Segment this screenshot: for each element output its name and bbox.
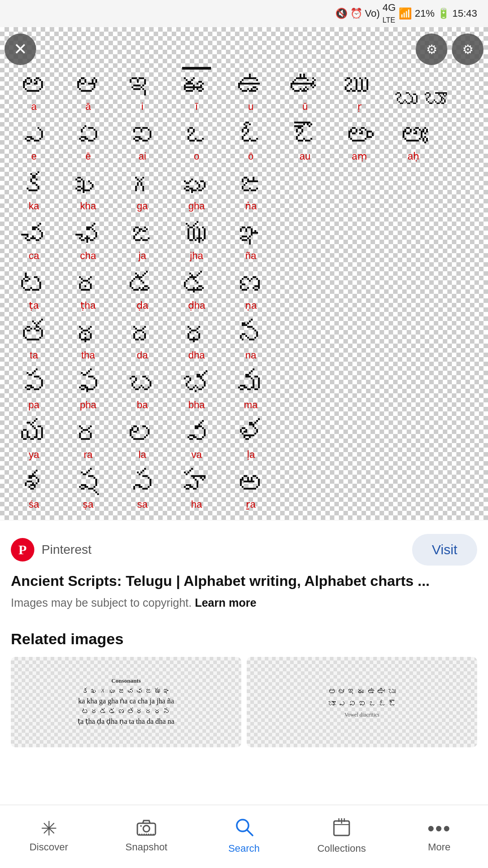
telugu-cell-la: ల la — [115, 411, 169, 461]
telugu-cell-ka: క ka — [7, 163, 61, 212]
bottom-nav: ✳ Discover Snapshot Search — [0, 805, 488, 868]
telugu-cell-rra: ఱ ṟa — [224, 461, 278, 511]
nav-snapshot[interactable]: Snapshot — [98, 805, 195, 868]
nav-more-label: More — [428, 841, 450, 853]
status-icons: 🔇 ⏰ Vo) 4GLTE 📶 21% 🔋 15:43 — [335, 2, 478, 25]
related-image-2[interactable]: అ ఆ ఇ ఈ ఉ ఊ బు బూ ఎ ఏ ఐ ఒ ఓ ఔ Vowel diac… — [247, 657, 477, 747]
related-section: Related images Consonants క ఖ గ ఘ ఙ చ ఛ … — [0, 617, 488, 755]
telugu-cell-gha: ఘ gha — [169, 163, 224, 212]
close-button[interactable]: ✕ — [5, 33, 36, 65]
search-icon — [234, 817, 254, 840]
share-icon: ⚙ — [426, 42, 437, 57]
status-bar: 🔇 ⏰ Vo) 4GLTE 📶 21% 🔋 15:43 — [0, 0, 488, 27]
related-image-1[interactable]: Consonants క ఖ గ ఘ ఙ చ ఛ జ ఝ ఞ ka kha ga… — [11, 657, 241, 747]
telugu-cell-buu1: బు బూ — [386, 63, 454, 113]
pinterest-p: P — [19, 542, 27, 557]
more-icon: ••• — [427, 819, 451, 839]
telugu-cell-ii: ఈ ī — [169, 63, 224, 113]
telugu-cell-sha: శ śa — [7, 461, 61, 511]
signal-icon: 📶 — [399, 7, 412, 20]
pinterest-logo: P — [11, 538, 34, 561]
telugu-cell-nga: ఙ ṅa — [224, 163, 278, 212]
telugu-row-1: ఎ e ఏ ē ఐ ai ఒ o ఓ ō ఔ au — [7, 113, 481, 163]
telugu-cell-uu: ఊ ū — [278, 63, 332, 113]
telugu-cell-dha: ధ dha — [169, 312, 224, 362]
telugu-row-sha: శ śa ష ṣa స sa హ ha ఱ ṟa — [7, 461, 481, 511]
telugu-cell-ha: హ ha — [169, 461, 224, 511]
source-name: Pinterest — [42, 542, 92, 557]
telugu-cell-ga: గ ga — [115, 163, 169, 212]
telugu-cell-u: ఉ u — [224, 63, 278, 113]
telugu-cell-jha: ఝ jha — [169, 212, 224, 262]
telugu-row-ta-ret: ట ṭa ఠ ṭha డ ḍa ఢ ḍha ణ ṇa — [7, 262, 481, 312]
nav-collections[interactable]: Collections — [293, 805, 390, 868]
battery-icon: 🔋 — [437, 8, 450, 19]
svg-line-5 — [247, 830, 253, 835]
telugu-cell-tha: థ tha — [61, 312, 115, 362]
telugu-cell-pa: ప pa — [7, 362, 61, 411]
nav-more[interactable]: ••• More — [390, 805, 488, 868]
image-area: ✕ ⚙ ⚙ అ a ఆ ā ఇ i ఈ ī — [0, 27, 488, 520]
telugu-cell-o: ఒ o — [169, 113, 224, 163]
more-options-button[interactable]: ⚙ — [452, 33, 483, 65]
telugu-cell-ee: ఏ ē — [61, 113, 115, 163]
telugu-row-0: అ a ఆ ā ఇ i ఈ ī ఉ u ఊ ū — [7, 63, 481, 113]
nav-search-label: Search — [228, 843, 260, 854]
alarm-icon: ⏰ — [350, 8, 362, 19]
telugu-cell-da: ద da — [115, 312, 169, 362]
share-button[interactable]: ⚙ — [416, 33, 447, 65]
telugu-row-ta: త ta థ tha ద da ధ dha న na — [7, 312, 481, 362]
telugu-cell-i: ఇ i — [115, 63, 169, 113]
collections-icon — [333, 817, 351, 840]
telugu-cell-ttha: ఠ ṭha — [61, 262, 115, 312]
telugu-cell-oo: ఓ ō — [224, 113, 278, 163]
telugu-cell-ru: ఋ ṛ — [332, 63, 386, 113]
copyright-text: Images may be subject to copyright. — [11, 596, 192, 609]
telugu-cell-va: వ va — [169, 411, 224, 461]
telugu-cell-cha: ఛ cha — [61, 212, 115, 262]
more-options-icon: ⚙ — [462, 42, 474, 57]
telugu-cell-pha: ఫ pha — [61, 362, 115, 411]
time-display: 15:43 — [452, 8, 477, 19]
svg-point-1 — [143, 826, 150, 832]
snapshot-icon — [136, 819, 156, 839]
telugu-cell-au: ఔ au — [278, 113, 332, 163]
telugu-cell-ssa: ష ṣa — [61, 461, 115, 511]
network-icon: 4GLTE — [383, 2, 396, 25]
telugu-cell-nna: ణ ṇa — [224, 262, 278, 312]
nav-search[interactable]: Search — [195, 805, 293, 868]
telugu-cell-na: న na — [224, 312, 278, 362]
learn-more-link[interactable]: Learn more — [195, 596, 256, 609]
telugu-alphabet-grid: అ a ఆ ā ఇ i ఈ ī ఉ u ఊ ū — [5, 36, 483, 515]
telugu-cell-tta: ట ṭa — [7, 262, 61, 312]
nav-discover[interactable]: ✳ Discover — [0, 805, 98, 868]
close-icon: ✕ — [14, 40, 27, 59]
telugu-cell-am: అం aṃ — [332, 113, 386, 163]
telugu-cell-lla: ళ ḷa — [224, 411, 278, 461]
telugu-cell-ca: చ ca — [7, 212, 61, 262]
telugu-row-ca: చ ca ఛ cha జ ja ఝ jha ఞ ña — [7, 212, 481, 262]
telugu-cell-e: ఎ e — [7, 113, 61, 163]
visit-button[interactable]: Visit — [412, 534, 477, 566]
nav-discover-label: Discover — [29, 841, 68, 853]
nav-snapshot-label: Snapshot — [126, 841, 168, 853]
telugu-cell-ai: ఐ ai — [115, 113, 169, 163]
telugu-cell-bha: భ bha — [169, 362, 224, 411]
telugu-cell-dda: డ ḍa — [115, 262, 169, 312]
telugu-row-pa: ప pa ఫ pha బ ba భ bha మ ma — [7, 362, 481, 411]
option-buttons: ⚙ ⚙ — [416, 33, 483, 65]
telugu-cell-nya: ఞ ña — [224, 212, 278, 262]
nav-collections-label: Collections — [317, 843, 366, 854]
source-title: Ancient Scripts: Telugu | Alphabet writi… — [11, 572, 477, 591]
telugu-cell-ah: అః aḥ — [386, 113, 441, 163]
telugu-cell-ba: బ ba — [115, 362, 169, 411]
source-header: P Pinterest Visit — [11, 534, 477, 566]
telugu-cell-ja: జ ja — [115, 212, 169, 262]
telugu-cell-kha: ఖ kha — [61, 163, 115, 212]
telugu-cell-a: అ a — [7, 63, 61, 113]
telugu-cell-aa: ఆ ā — [61, 63, 115, 113]
telugu-row-ka: క ka ఖ kha గ ga ఘ gha ఙ ṅa — [7, 163, 481, 212]
telugu-cell-ya: య ya — [7, 411, 61, 461]
source-panel: P Pinterest Visit Ancient Scripts: Telug… — [0, 520, 488, 617]
telugu-cell-sa: స sa — [115, 461, 169, 511]
